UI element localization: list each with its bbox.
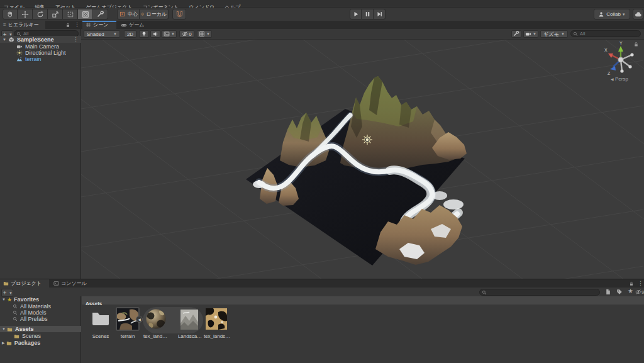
rotate-tool-button[interactable]	[33, 9, 48, 20]
hand-tool-button[interactable]	[3, 9, 18, 20]
asset-label[interactable]: terrain	[114, 333, 142, 340]
rect-tool-button[interactable]	[63, 9, 78, 20]
tab-scene[interactable]: シーン	[82, 21, 116, 29]
kebab-menu-icon[interactable]: ⋮	[73, 36, 79, 42]
shading-mode-dropdown[interactable]: Shaded▼	[84, 30, 120, 38]
eye-slash-icon	[182, 31, 188, 37]
scene-tab-icon	[86, 22, 91, 28]
2d-toggle[interactable]: 2D	[124, 30, 136, 38]
kebab-menu-icon[interactable]: ⋮	[74, 22, 80, 28]
tree-scenes[interactable]: Scenes	[0, 333, 81, 339]
hierarchy-row-terrain[interactable]: terrain	[0, 55, 81, 62]
cloud-icon	[635, 11, 642, 18]
tree-packages[interactable]: ▶ Packages	[0, 340, 81, 346]
tab-game[interactable]: ゲーム	[118, 21, 152, 29]
chevron-down-icon: ▼	[622, 13, 626, 16]
left-arrow-icon: ◀	[611, 77, 614, 81]
tree-assets[interactable]: ▼ Assets	[0, 326, 81, 332]
axis-z-label: Z	[608, 71, 611, 75]
tab-console[interactable]: コンソール	[50, 279, 92, 288]
asset-label[interactable]: tex_land…	[141, 333, 170, 340]
tree-favorites[interactable]: ▼ ★ Favorites	[0, 296, 81, 303]
kebab-menu-icon[interactable]: ⋮	[638, 281, 643, 286]
bulb-icon	[141, 31, 147, 37]
persp-toggle[interactable]: ◀ Persp	[597, 76, 642, 82]
space-toggle-button[interactable]: ローカル	[140, 9, 169, 20]
transform-tool-button[interactable]	[78, 9, 93, 20]
move-tool-button[interactable]	[18, 9, 33, 20]
scene-visibility-toggle[interactable]: 0	[179, 30, 194, 38]
speaker-icon	[152, 31, 158, 37]
step-button[interactable]	[374, 9, 386, 20]
scene-view-toolbar: Shaded▼ 2D ▼ 0 ▼ ▼ ギズモ▼ All	[81, 29, 644, 40]
wrench-icon	[513, 31, 519, 37]
folder-icon	[7, 327, 13, 332]
image-icon	[164, 31, 170, 37]
asset-material-sphere-thumbnail[interactable]	[145, 308, 167, 330]
editor-tools-button[interactable]	[511, 30, 521, 38]
hierarchy-row-scene[interactable]: ▼ SampleScene ⋮	[0, 36, 81, 43]
breadcrumb: Assets	[86, 301, 102, 306]
axis-y-label: Y	[619, 41, 623, 45]
tab-hierarchy[interactable]: ≡ ヒエラルキー	[0, 21, 45, 29]
collab-button[interactable]: Collab▼	[594, 9, 630, 20]
lock-icon[interactable]	[633, 42, 639, 47]
search-icon	[482, 290, 487, 295]
eye-slash-icon	[635, 289, 641, 295]
play-button[interactable]	[350, 9, 362, 20]
person-icon	[598, 11, 604, 18]
hidden-packages-toggle[interactable]: 9	[635, 289, 644, 295]
search-by-label-icon[interactable]	[616, 289, 623, 295]
camera-settings-dropdown[interactable]: ▼	[523, 30, 538, 38]
tree-all-models[interactable]: All Models	[0, 310, 81, 316]
lock-icon[interactable]	[629, 281, 634, 286]
asset-label[interactable]: Landsca…	[175, 333, 204, 340]
pause-button[interactable]	[362, 9, 374, 20]
console-icon	[53, 281, 59, 286]
scene-search-input[interactable]: All	[570, 30, 641, 37]
project-search-input[interactable]	[479, 289, 600, 296]
search-icon	[13, 304, 18, 309]
collapse-subassets-icon[interactable]: ◀	[136, 316, 143, 323]
camera-icon	[16, 43, 23, 50]
search-icon	[13, 316, 18, 321]
scene-3d-render	[81, 40, 644, 279]
grid-visual-dropdown[interactable]: ▼	[197, 30, 212, 38]
tab-project[interactable]: プロジェクト	[0, 279, 49, 288]
active-tab-indicator	[82, 21, 116, 22]
foldout-icon[interactable]: ▼	[3, 38, 6, 42]
scale-tool-button[interactable]	[48, 9, 63, 20]
search-icon	[573, 31, 578, 36]
star-icon: ★	[7, 296, 12, 303]
scene-audio-toggle[interactable]	[150, 30, 160, 38]
pivot-toggle-button[interactable]: 中心	[117, 9, 140, 20]
lock-icon[interactable]	[65, 23, 70, 28]
custom-tool-button[interactable]	[93, 9, 108, 20]
grid-snap-button[interactable]	[172, 9, 186, 20]
cloud-services-button[interactable]	[633, 9, 643, 20]
project-panel: プロジェクト コンソール ⋮ ＋▼ ★ 9 ▼ ★ Favorites All …	[0, 279, 644, 363]
axis-x-label: X	[604, 48, 608, 52]
gizmos-dropdown[interactable]: ギズモ▼	[540, 30, 568, 38]
asset-folder-scenes[interactable]	[90, 308, 111, 328]
tree-all-prefabs[interactable]: All Prefabs	[0, 316, 81, 322]
game-tab-icon	[121, 22, 127, 28]
hierarchy-panel: ≡ ヒエラルキー ⋮ ＋▼ All ▼ SampleScene ⋮ Main C…	[0, 21, 81, 279]
scene-lighting-toggle[interactable]	[139, 30, 149, 38]
asset-landscape-thumbnail[interactable]	[180, 310, 198, 330]
scene-viewport[interactable]: Y X Z ◀ Persp	[81, 40, 644, 279]
project-tree: ▼ ★ Favorites All Materials All Models A…	[0, 296, 81, 363]
asset-label[interactable]: Scenes	[87, 333, 114, 340]
save-search-star-icon[interactable]: ★	[628, 288, 633, 294]
search-by-type-icon[interactable]	[605, 289, 611, 295]
tree-all-materials[interactable]: All Materials	[0, 303, 81, 310]
assets-breadcrumb-bar: Assets	[82, 296, 644, 305]
asset-label[interactable]: tex_lands…	[202, 333, 232, 340]
folder-icon	[14, 333, 19, 339]
asset-texture-thumbnail[interactable]	[206, 308, 227, 330]
camera-icon	[525, 31, 531, 37]
asset-terrain-thumbnail[interactable]	[117, 308, 138, 330]
unity-scene-icon	[8, 36, 14, 43]
list-icon: ≡	[3, 22, 6, 28]
scene-effects-dropdown[interactable]: ▼	[162, 30, 177, 38]
